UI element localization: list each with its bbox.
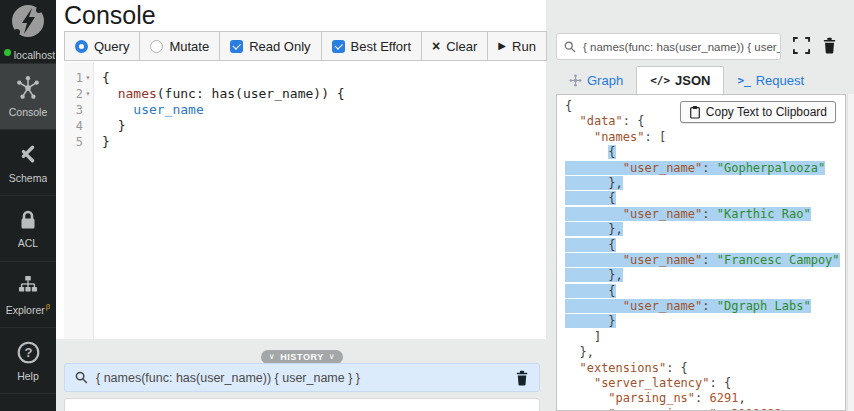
checkbox-checked-icon (230, 40, 243, 53)
result-query-text: { names(func: has(user_name)) { user_nam… (583, 41, 780, 53)
json-lines: { "data": { "names": [ { "user_name": "G… (557, 95, 845, 411)
help-icon: ? (16, 340, 41, 365)
svg-text:?: ? (24, 345, 32, 360)
sidebar-server[interactable]: localhost (0, 0, 56, 63)
chevron-down-icon: ∨ (329, 352, 335, 361)
chevron-down-icon: ∨ (269, 352, 275, 361)
sidebar-item-explorer[interactable]: Explorerβ (0, 261, 56, 327)
json-line: }, (565, 176, 845, 191)
sidebar-item-label: Help (17, 370, 39, 382)
trash-icon[interactable] (822, 37, 837, 54)
json-line: { (565, 191, 845, 206)
sidebar-item-label: Schema (9, 172, 48, 184)
history-toggle-wrap: ∨ HISTORY ∨ (64, 345, 540, 364)
copy-to-clipboard-button[interactable]: Copy Text to Clipboard (680, 101, 836, 123)
tab-graph[interactable]: Graph (556, 66, 636, 94)
search-icon (75, 371, 88, 384)
terminal-icon: >_ (737, 74, 750, 87)
json-line: { (565, 145, 845, 160)
json-line: }, (565, 222, 845, 237)
json-line: { (565, 238, 845, 253)
json-line: } (565, 314, 845, 329)
acl-lock-icon (16, 208, 40, 232)
sidebar: localhost Console Schema (0, 0, 56, 411)
query-toolbar: Query Mutate Read Only Best Effort × Cle… (64, 31, 540, 61)
fullscreen-icon[interactable] (793, 37, 810, 54)
schema-icon (15, 141, 41, 167)
result-tabs: Graph </> JSON >_ Request (556, 66, 846, 95)
sidebar-item-schema[interactable]: Schema (0, 129, 56, 195)
server-label: localhost (14, 49, 55, 61)
sidebar-item-label: Explorerβ (6, 302, 51, 316)
editor-code[interactable]: { names(func: has(user_name)) { user_nam… (94, 62, 345, 339)
console-icon (15, 75, 41, 101)
clear-button[interactable]: × Clear (421, 31, 488, 61)
json-line: { (565, 284, 845, 299)
sidebar-item-help[interactable]: ? Help (0, 327, 56, 393)
json-line: "server_latency": { (565, 376, 845, 391)
server-status-dot (4, 49, 11, 56)
sidebar-item-label: Console (9, 106, 48, 118)
json-line: "user_name": "Francesc Campoy" (565, 253, 845, 268)
radio-selected-icon (75, 40, 88, 53)
history-toggle[interactable]: ∨ HISTORY ∨ (261, 350, 344, 364)
query-radio-button[interactable]: Query (64, 31, 140, 61)
history-item[interactable]: { names(func: has(user_name)) { user_nam… (64, 363, 540, 392)
run-play-icon: ▶ (498, 41, 506, 51)
json-line: "user_name": "Gopherpalooza" (565, 161, 845, 176)
json-line: ] (565, 330, 845, 345)
history-query-text: { names(func: has(user_name)) { user_nam… (96, 371, 515, 385)
result-query-bar[interactable]: { names(func: has(user_name)) { user_nam… (556, 33, 781, 60)
graph-icon (569, 74, 582, 87)
json-result-viewer[interactable]: Copy Text to Clipboard { "data": { "name… (556, 94, 846, 411)
beta-badge: β (46, 302, 51, 311)
tab-json[interactable]: </> JSON (636, 66, 724, 95)
sidebar-bottom-divider (0, 393, 56, 411)
sidebar-item-acl[interactable]: ACL (0, 195, 56, 261)
json-line: "names": [ (565, 130, 845, 145)
best-effort-checkbox-button[interactable]: Best Effort (321, 31, 422, 61)
query-editor[interactable]: 1▾2▾345 { names(func: has(user_name)) { … (64, 62, 546, 339)
editor-gutter: 1▾2▾345 (64, 62, 94, 339)
json-line: "processing_ns": 2118682, (565, 407, 845, 411)
code-icon: </> (650, 74, 670, 87)
read-only-checkbox-button[interactable]: Read Only (219, 31, 321, 61)
mutate-radio-button[interactable]: Mutate (139, 31, 220, 61)
radio-unselected-icon (150, 40, 163, 53)
history-item[interactable] (64, 398, 540, 411)
tab-request[interactable]: >_ Request (724, 66, 817, 94)
sidebar-item-console[interactable]: Console (0, 63, 56, 129)
console-panel: Console Query Mutate Read Only Best Effo… (56, 0, 546, 339)
clipboard-icon (689, 105, 701, 119)
dgraph-logo-icon (9, 2, 47, 40)
explorer-icon (16, 273, 40, 297)
scrollbar[interactable] (847, 94, 854, 411)
sidebar-item-label: ACL (18, 237, 38, 249)
json-line: }, (565, 345, 845, 360)
json-line: "user_name": "Dgraph Labs" (565, 299, 845, 314)
json-line: "extensions": { (565, 361, 845, 376)
trash-icon[interactable] (515, 370, 529, 386)
json-line: "user_name": "Karthic Rao" (565, 207, 845, 222)
clear-x-icon: × (432, 39, 440, 53)
json-line: "parsing_ns": 6291, (565, 391, 845, 406)
page-title: Console (64, 0, 156, 31)
run-button[interactable]: ▶ Run (487, 31, 547, 61)
search-icon (564, 41, 576, 53)
checkbox-checked-icon (332, 40, 345, 53)
json-line: }, (565, 268, 845, 283)
